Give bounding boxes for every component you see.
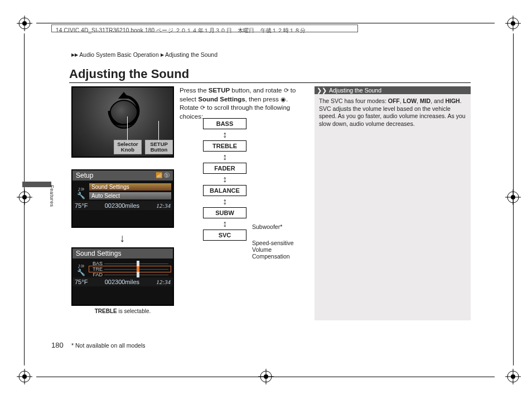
screen-title: Sound Settings	[76, 250, 121, 257]
crop-mark-icon	[505, 16, 521, 31]
crop-line	[36, 377, 495, 377]
updown-arrow-icon: ↕	[203, 129, 246, 140]
callout-selector-knob: SelectorKnob	[114, 140, 142, 154]
updown-arrow-icon: ↕	[203, 152, 246, 163]
source-filename: 14 CIVIC 4D_SI-31TR36210.book 180 ページ ２０…	[56, 27, 306, 35]
crop-line	[24, 33, 25, 365]
status-odometer: 002300miles	[105, 279, 139, 285]
figure-screen-setup: Setup 📶 ⓑ ♪»🔧 Sound Settings Auto Select…	[71, 169, 174, 228]
rotate-knob-icon: ⟳	[200, 104, 205, 111]
page-title: Adjusting the Sound	[69, 67, 471, 83]
updown-arrow-icon: ↕	[203, 174, 246, 185]
chevron-right-icon: ❯❯	[317, 87, 327, 94]
updown-arrow-icon: ↕	[203, 218, 246, 230]
rotate-knob-icon: ⟳	[284, 87, 289, 94]
crop-line	[36, 23, 495, 23]
footnote: * Not available on all models	[71, 342, 146, 349]
svg-marker-28	[118, 92, 129, 99]
crop-mark-icon	[505, 369, 521, 384]
triangle-icon: ▶	[161, 52, 164, 57]
music-settings-icon: ♪»🔧	[72, 186, 89, 199]
signal-icon: 📶 ⓑ	[156, 172, 170, 179]
info-sidebar-head: ❯❯ Adjusting the Sound	[315, 86, 471, 94]
section-tab-bar	[22, 182, 51, 187]
choice-subwoofer: SUBW	[203, 207, 246, 218]
info-sidebar: ❯❯ Adjusting the Sound The SVC has four …	[315, 86, 471, 320]
screen-title: Setup	[76, 172, 93, 179]
status-clock: 12:34	[156, 202, 171, 209]
note-subwoofer: Subwoofer*	[252, 223, 297, 230]
sound-choices-list: BASS ↕ TREBLE ↕ FADER ↕ BALANCE ↕ SUBW ↕…	[203, 118, 246, 241]
choice-svc: SVC	[203, 230, 246, 241]
choice-bass: BASS	[203, 118, 246, 129]
breadcrumb: ▶▶ Audio System Basic Operation ▶ Adjust…	[71, 51, 217, 58]
figure-caption: TREBLE is selectable.	[71, 308, 174, 314]
status-odometer: 002300miles	[105, 202, 139, 209]
status-temp: 75°F	[75, 202, 88, 209]
music-settings-icon: ♪»🔧	[72, 262, 89, 276]
menu-item-auto-select: Auto Select	[89, 192, 171, 199]
crop-line	[513, 33, 514, 365]
rotate-arrow-icon	[101, 92, 146, 125]
choice-balance: BALANCE	[203, 185, 246, 196]
page-number: 180	[51, 341, 64, 349]
instructions-paragraph: Press the SETUP button, and rotate ⟳ to …	[180, 86, 307, 121]
crop-mark-icon	[17, 189, 32, 205]
note-svc: Speed-sensitive Volume Compensation	[252, 240, 302, 260]
down-arrow-icon: ↓	[119, 232, 125, 245]
status-temp: 75°F	[75, 279, 88, 285]
triangle-icon: ▶▶	[71, 52, 78, 57]
press-knob-icon: ◉	[280, 96, 286, 103]
figure-screen-sound-settings: Sound Settings ♪»🔧 BAS TRE FAD 75°F 0023…	[71, 247, 174, 306]
crop-mark-icon	[17, 369, 32, 384]
section-tab-label: Features	[49, 185, 55, 207]
menu-item-sound-settings: Sound Settings	[89, 183, 171, 191]
breadcrumb-seg: Audio System Basic Operation	[79, 51, 158, 58]
updown-arrow-icon: ↕	[203, 196, 246, 207]
choice-fader: FADER	[203, 163, 246, 174]
callout-setup-button: SETUPButton	[145, 140, 173, 154]
crop-mark-icon	[17, 16, 32, 31]
status-clock: 12:34	[156, 279, 171, 285]
info-sidebar-body: The SVC has four modes: OFF, LOW, MID, a…	[315, 94, 471, 131]
choice-treble: TREBLE	[203, 140, 246, 152]
figure-hardware-controls: SelectorKnob SETUPButton	[71, 86, 174, 158]
breadcrumb-seg: Adjusting the Sound	[165, 51, 217, 58]
